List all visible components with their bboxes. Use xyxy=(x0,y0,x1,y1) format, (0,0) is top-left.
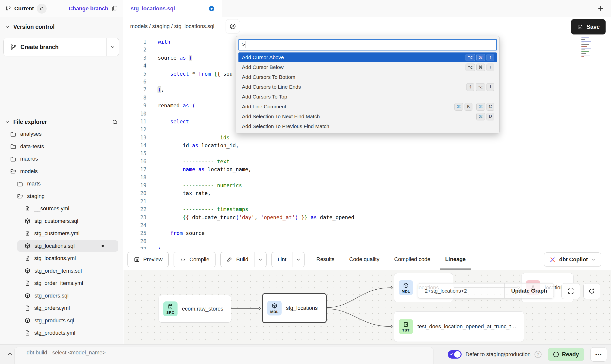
lock-icon xyxy=(39,6,44,11)
compass-icon[interactable] xyxy=(226,19,240,33)
minimap-line xyxy=(581,50,585,50)
code-line-23[interactable]: 23 {{ dbt.date_trunc('day', 'opened_at')… xyxy=(124,214,611,221)
minimap-line xyxy=(581,51,589,52)
ready-status-button[interactable]: Ready xyxy=(548,348,584,361)
command-palette-input[interactable]: > xyxy=(238,39,497,50)
code-line-26[interactable]: 26 xyxy=(124,237,611,245)
palette-item-label: Add Selection To Next Find Match xyxy=(242,114,320,119)
palette-item-add-cursor-above[interactable]: Add Cursor Above⌥⌘↑ xyxy=(238,52,497,62)
code-line-19[interactable]: 19 ---------- numerics xyxy=(124,182,611,189)
code-line-25[interactable]: 25 from source xyxy=(124,229,611,237)
refresh-button[interactable] xyxy=(583,283,600,299)
code-line-20[interactable]: 20 tax_rate, xyxy=(124,189,611,197)
more-options-button[interactable]: ••• xyxy=(590,347,607,362)
line-number: 22 xyxy=(124,205,146,213)
line-number: 27 xyxy=(124,245,146,249)
palette-item-add-line-comment[interactable]: Add Line Comment⌘K⌘C xyxy=(238,102,497,112)
file-tree-item-stg-locations-sql[interactable]: stg_locations.sql xyxy=(0,240,123,252)
lineage-node-test[interactable]: TSTtest_does_location_opened_at_trunc_t… xyxy=(394,311,524,342)
minimap-line xyxy=(581,44,589,45)
code-line-22[interactable]: 22 ---------- timestamps xyxy=(124,205,611,213)
code-text: ---------- text xyxy=(158,158,230,165)
file-tree-item-stg-order-items-yml[interactable]: stg_order_items.yml xyxy=(0,277,123,290)
shortcut-keys: ⌘D xyxy=(476,113,494,120)
preview-button[interactable]: Preview xyxy=(128,252,168,267)
branch-bar: Current Change branch xyxy=(0,0,123,17)
lineage-canvas[interactable]: SRCecom.raw_storesMDLstg_locationsMDLloc… xyxy=(124,270,611,344)
file-tree-item--sources-yml[interactable]: __sources.yml xyxy=(0,202,123,215)
save-button[interactable]: Save xyxy=(571,19,606,34)
create-branch-button[interactable]: Create branch xyxy=(4,38,106,56)
key-badge: ⌘ xyxy=(476,113,485,120)
file-tree-item-stg-orders-yml[interactable]: stg_orders.yml xyxy=(0,302,123,314)
palette-item-add-cursors-to-top[interactable]: Add Cursors To Top xyxy=(238,92,497,102)
palette-item-add-selection-to-next-find-match[interactable]: Add Selection To Next Find Match⌘D xyxy=(238,112,497,121)
code-line-18[interactable]: 18 xyxy=(124,174,611,182)
palette-item-add-selection-to-previous-find-match[interactable]: Add Selection To Previous Find Match xyxy=(238,121,497,131)
file-tree-item-data-tests[interactable]: data-tests xyxy=(0,140,123,153)
search-icon[interactable] xyxy=(112,119,118,125)
tab-compiled-code[interactable]: Compiled code xyxy=(394,249,431,270)
lint-dropdown[interactable] xyxy=(292,252,304,267)
text-caret xyxy=(246,41,246,48)
code-line-16[interactable]: 16 ---------- text xyxy=(124,158,611,165)
file-tree-item-stg-products-yml[interactable]: stg_products.yml xyxy=(0,327,123,339)
tab-lineage[interactable]: Lineage xyxy=(445,249,466,270)
git-branch-icon xyxy=(5,5,11,12)
update-graph-button[interactable]: Update Graph xyxy=(505,283,554,298)
tab-results[interactable]: Results xyxy=(316,249,334,270)
file-explorer-header[interactable]: File explorer xyxy=(0,113,123,125)
palette-item-add-cursors-to-line-ends[interactable]: Add Cursors to Line Ends⇧⌥I xyxy=(238,82,497,92)
change-branch-link[interactable]: Change branch xyxy=(69,5,108,12)
code-line-27[interactable]: 27) xyxy=(124,245,611,249)
lineage-selector-input[interactable]: 2+stg_locations+2 xyxy=(418,283,504,298)
wrench-icon xyxy=(227,256,233,263)
compile-button[interactable]: Compile xyxy=(174,252,215,267)
file-tree-item-stg-customers-sql[interactable]: stg_customers.sql xyxy=(0,215,123,228)
minimap-line xyxy=(581,37,589,38)
file-tree-item-stg-customers-yml[interactable]: stg_customers.yml xyxy=(0,227,123,240)
code-line-14[interactable]: 14 id as location_id, xyxy=(124,142,611,149)
breadcrumb-row: models / staging / stg_locations.sql Sav… xyxy=(123,17,611,36)
file-tree-item-stg-locations-yml[interactable]: stg_locations.yml xyxy=(0,252,123,265)
file-tree-item-analyses[interactable]: analyses xyxy=(0,128,123,140)
copy-icon[interactable] xyxy=(111,5,118,12)
dbt-copilot-button[interactable]: dbt Copilot xyxy=(544,252,601,267)
key-badge: K xyxy=(465,103,472,111)
new-tab-button[interactable] xyxy=(597,4,605,12)
minimap[interactable] xyxy=(581,36,596,58)
command-palette: > Add Cursor Above⌥⌘↑Add Cursor Below⌥⌘↓… xyxy=(236,36,500,133)
panel-tabs: ResultsCode qualityCompiled codeLineage xyxy=(316,249,466,270)
code-line-21[interactable]: 21 xyxy=(124,198,611,205)
file-tree-item-models[interactable]: models xyxy=(0,165,123,178)
file-tree-item-marts[interactable]: marts xyxy=(0,178,123,190)
version-control-header[interactable]: Version control xyxy=(0,17,123,30)
palette-item-label: Add Cursors to Line Ends xyxy=(242,84,301,90)
build-button[interactable]: Build xyxy=(221,252,254,267)
create-branch-dropdown[interactable] xyxy=(106,38,119,56)
code-line-15[interactable]: 15 xyxy=(124,149,611,157)
palette-item-add-cursor-below[interactable]: Add Cursor Below⌥⌘↓ xyxy=(238,62,497,72)
chevron-up-icon[interactable] xyxy=(6,350,13,357)
file-tree-item-stg-products-sql[interactable]: stg_products.sql xyxy=(0,314,123,327)
breadcrumb[interactable]: models / staging / stg_locations.sql xyxy=(130,23,214,30)
fullscreen-button[interactable] xyxy=(561,283,580,299)
file-tree-item-macros[interactable]: macros xyxy=(0,153,123,165)
palette-item-add-cursors-to-bottom[interactable]: Add Cursors To Bottom xyxy=(238,72,497,82)
lineage-node-stg_locations[interactable]: MDLstg_locations xyxy=(262,293,327,323)
code-line-24[interactable]: 24 xyxy=(124,221,611,229)
help-icon[interactable]: ? xyxy=(535,351,541,358)
file-tree-item-stg-order-items-sql[interactable]: stg_order_items.sql xyxy=(0,265,123,277)
code-line-13[interactable]: 13 ---------- ids xyxy=(124,134,611,142)
lint-button[interactable]: Lint xyxy=(272,252,292,267)
tab-stg-locations[interactable]: stg_locations.sql xyxy=(123,0,222,17)
line-number: 11 xyxy=(124,118,146,126)
build-dropdown[interactable] xyxy=(254,252,266,267)
line-number: 13 xyxy=(124,134,146,142)
file-tree-item-stg-orders-sql[interactable]: stg_orders.sql xyxy=(0,290,123,302)
code-line-17[interactable]: 17 name as location_name, xyxy=(124,165,611,173)
tab-code-quality[interactable]: Code quality xyxy=(349,249,379,270)
file-tree-item-staging[interactable]: staging xyxy=(0,190,123,203)
lineage-node-raw_stores[interactable]: SRCecom.raw_stores xyxy=(159,295,231,323)
defer-toggle[interactable]: ✓ xyxy=(448,350,462,359)
